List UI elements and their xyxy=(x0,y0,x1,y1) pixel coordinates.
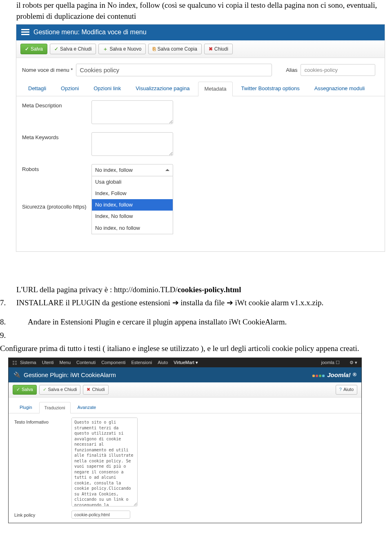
check-icon: ✓ xyxy=(16,386,20,393)
meta-keywords-input[interactable] xyxy=(91,132,173,156)
menu-editor-screenshot: Gestione menu: Modifica voce di menu ✓Sa… xyxy=(16,24,385,252)
plugin-editor-header: 🔌 Gestione Plugin: iWt CookieAlarm Jooml… xyxy=(9,367,361,382)
check-icon: ✓ xyxy=(25,46,29,53)
plugin-toolbar: ✓Salva ✓Salva e Chiudi ✖Chiudi ?Aiuto xyxy=(9,382,361,397)
close-icon: ✖ xyxy=(87,386,90,393)
list-number-8: 8. xyxy=(0,317,16,328)
topmenu-menu[interactable]: Menu xyxy=(60,360,71,366)
tab-dettagli[interactable]: Dettagli xyxy=(22,81,52,95)
topmenu-virtuemart[interactable]: VirtueMart ▾ xyxy=(174,360,198,366)
close-button[interactable]: ✖Chiudi xyxy=(83,385,108,394)
close-button[interactable]: ✖Chiudi xyxy=(204,44,233,55)
robots-option[interactable]: Index, Follow xyxy=(92,188,173,199)
robots-select[interactable]: No index, follow Usa globali Index, Foll… xyxy=(91,164,173,234)
list-item-8: Andare in Estensioni Plugin e cercare il… xyxy=(16,317,392,328)
testo-textarea[interactable]: Questo sito o gli strumenti terzi da que… xyxy=(71,418,138,506)
gear-icon[interactable]: ⚙ ▾ xyxy=(350,360,357,366)
robots-label: Robots xyxy=(22,164,91,173)
robots-dropdown: Usa globali Index, Follow No index, foll… xyxy=(91,176,173,234)
testo-label: Testo Informativo xyxy=(14,418,71,425)
save-close-button[interactable]: ✓Salva e Chiudi xyxy=(39,385,81,394)
menu-toolbar: ✓Salva ✓Salva e Chiudi ＋Salva e Nuovo ⎘S… xyxy=(16,40,385,58)
help-button[interactable]: ?Aiuto xyxy=(336,385,357,394)
tab-assegnazione[interactable]: Assegnazione moduli xyxy=(308,81,371,95)
url-line: L'URL della pagina privacy è : http://do… xyxy=(16,284,392,295)
list-icon xyxy=(21,29,29,36)
tab-plugin[interactable]: Plugin xyxy=(14,402,38,413)
menu-editor-header: Gestione menu: Modifica voce di menu xyxy=(16,24,385,40)
robots-option[interactable]: Index, No follow xyxy=(92,211,173,222)
meta-desc-input[interactable] xyxy=(91,100,173,124)
help-icon: ? xyxy=(339,386,342,393)
alias-label: Alias xyxy=(286,67,297,74)
save-button[interactable]: ✓Salva xyxy=(20,44,47,55)
grip-icon xyxy=(13,361,17,365)
tab-metadata[interactable]: Metadata xyxy=(198,82,232,96)
tab-avanzate[interactable]: Avanzate xyxy=(72,402,102,413)
topmenu-componenti[interactable]: Componenti xyxy=(101,360,125,366)
joomla-logo: Joomla!® xyxy=(312,371,356,379)
meta-keywords-label: Meta Keywords xyxy=(22,132,91,141)
svg-rect-3 xyxy=(15,363,17,365)
caret-up-icon xyxy=(165,169,169,171)
link-policy-label: Link policy xyxy=(14,511,71,518)
svg-rect-2 xyxy=(13,363,14,365)
copy-icon: ⎘ xyxy=(153,46,156,53)
sicurezza-label: Sicurezza (protocollo https) xyxy=(22,202,91,211)
plugin-editor-title: Gestione Plugin: iWt CookieAlarm xyxy=(24,371,116,379)
robots-option[interactable]: Usa globali xyxy=(92,176,173,188)
svg-rect-0 xyxy=(13,361,14,362)
tab-opzioni[interactable]: Opzioni xyxy=(55,81,85,95)
robots-option[interactable]: No index, no follow xyxy=(92,222,173,234)
alias-input[interactable] xyxy=(301,64,375,76)
name-label: Nome voce di menu * xyxy=(22,67,73,74)
save-close-button[interactable]: ✓Salva e Chiudi xyxy=(50,44,96,55)
list-item-9-partial xyxy=(16,330,392,341)
link-policy-input[interactable] xyxy=(71,511,130,519)
topmenu-utenti[interactable]: Utenti xyxy=(42,360,54,366)
plus-icon: ＋ xyxy=(103,46,108,53)
save-new-button[interactable]: ＋Salva e Nuovo xyxy=(98,44,146,55)
tab-visualizzazione[interactable]: Visualizzazione pagina xyxy=(129,81,196,95)
check-icon: ✓ xyxy=(54,46,58,53)
plugin-tabs: Plugin Traduzioni Avanzate xyxy=(9,398,361,413)
list-number-9: 9. xyxy=(0,330,16,341)
tab-opzioni-link[interactable]: Opzioni link xyxy=(87,81,127,95)
save-button[interactable]: ✓Salva xyxy=(13,385,37,394)
list-number-7: 7. xyxy=(0,298,16,309)
list-item-9: Configurare prima di tutto i testi ( ita… xyxy=(0,343,392,354)
robots-option-selected[interactable]: No index, follow xyxy=(92,199,173,211)
close-icon: ✖ xyxy=(209,46,213,53)
meta-desc-label: Meta Description xyxy=(22,100,91,109)
save-copy-button[interactable]: ⎘Salva come Copia xyxy=(148,44,201,55)
plugin-editor-screenshot: Sistema Utenti Menu Contenuti Componenti… xyxy=(8,358,362,523)
topmenu-aiuto[interactable]: Aiuto xyxy=(158,360,168,366)
tab-bootstrap[interactable]: Twitter Bootstrap options xyxy=(235,81,306,95)
list-item-7: INSTALLARE il PLUGIN da gestione estensi… xyxy=(16,298,392,309)
tab-traduzioni[interactable]: Traduzioni xyxy=(39,402,71,413)
robots-select-current[interactable]: No index, follow xyxy=(91,164,173,176)
check-icon: ✓ xyxy=(43,386,47,393)
topmenu-estensioni[interactable]: Estensioni xyxy=(131,360,152,366)
intro-paragraph: il robots per quella pagina in No index,… xyxy=(16,0,392,22)
menu-name-input[interactable] xyxy=(76,64,272,76)
svg-rect-1 xyxy=(15,361,17,362)
topmenu-sistema[interactable]: Sistema xyxy=(20,360,36,366)
topmenu-contenuti[interactable]: Contenuti xyxy=(76,360,96,366)
admin-top-menu: Sistema Utenti Menu Contenuti Componenti… xyxy=(9,358,361,367)
name-alias-row: Nome voce di menu * Alias xyxy=(16,58,385,79)
menu-editor-title: Gestione menu: Modifica voce di menu xyxy=(33,28,147,37)
plug-icon: 🔌 xyxy=(13,371,20,379)
menu-tabs: Dettagli Opzioni Opzioni link Visualizza… xyxy=(16,79,385,96)
topmenu-sitename[interactable]: joomla ☐ xyxy=(321,360,339,366)
